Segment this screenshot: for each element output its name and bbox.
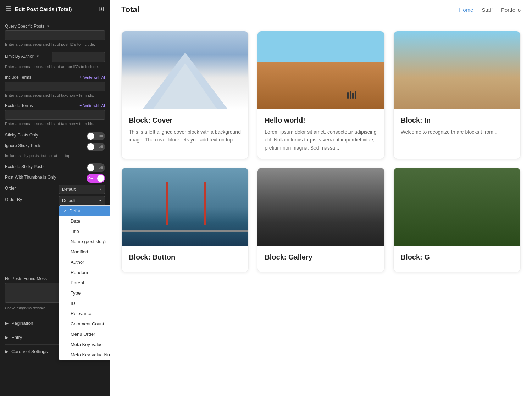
limit-by-author-label: Limit By Author ⁕	[5, 54, 39, 59]
dropdown-item-id[interactable]: ID	[59, 298, 110, 308]
card-gallery-image	[257, 168, 384, 246]
exclude-terms-input[interactable]	[5, 110, 105, 120]
exclude-terms-write-ai[interactable]: ✦ Write with AI	[79, 104, 105, 108]
toggle-knob-3	[87, 164, 94, 171]
toggle-knob	[87, 133, 94, 140]
include-terms-group: Include Terms ✦ Write with AI Enter a co…	[5, 75, 105, 98]
query-specific-posts-input[interactable]	[5, 30, 105, 40]
ignore-sticky-posts-hint: Include sticky posts, but not at the top…	[5, 153, 105, 158]
entry-label: Entry	[11, 335, 22, 340]
order-by-select-trigger[interactable]: Default ▼	[59, 196, 105, 205]
order-select-wrapper: Default ASC DESC	[59, 185, 105, 194]
sparkle-icon-exclude: ✦	[79, 104, 82, 108]
dropdown-item-parent[interactable]: Parent	[59, 278, 110, 288]
dropdown-item-title[interactable]: Title	[59, 226, 110, 236]
limit-by-author-input[interactable]	[52, 52, 105, 62]
exclude-terms-group: Exclude Terms ✦ Write with AI Enter a co…	[5, 103, 105, 127]
sticky-posts-only-toggle[interactable]: Off	[87, 132, 105, 140]
card-button: Block: Button	[121, 168, 249, 272]
order-label: Order	[5, 186, 16, 191]
card-g-title: Block: G	[401, 253, 513, 261]
toggle-label-off: Off	[99, 134, 103, 138]
card-block-in-title: Block: In	[401, 116, 513, 124]
order-select[interactable]: Default ASC DESC	[59, 185, 105, 194]
figure-silhouette	[182, 89, 188, 102]
dropdown-item-default[interactable]: ✓ Default	[59, 206, 110, 216]
left-panel: ☰ Edit Post Cards (Total) ⊞ Query Specif…	[0, 0, 110, 396]
include-terms-input[interactable]	[5, 82, 105, 91]
panel-title: Edit Post Cards (Total)	[15, 6, 72, 12]
dropdown-item-meta-key-value[interactable]: Meta Key Value	[59, 339, 110, 350]
dropdown-item-menu-order[interactable]: Menu Order	[59, 329, 110, 339]
dropdown-item-random[interactable]: Random	[59, 267, 110, 278]
dropdown-item-meta-key-value-num[interactable]: Meta Key Value Num	[59, 350, 110, 360]
limit-by-author-hint: Enter a comma separated list of author I…	[5, 64, 105, 69]
dropdown-item-relevance[interactable]: Relevance	[59, 308, 110, 319]
card-gallery-title: Block: Gallery	[265, 253, 377, 261]
bridge-deck	[122, 230, 248, 232]
grid-icon[interactable]: ⊞	[99, 5, 104, 13]
dropdown-item-comment-count[interactable]: Comment Count	[59, 319, 110, 329]
toggle-label-off-2: Off	[99, 145, 103, 149]
check-icon: ✓	[63, 208, 67, 213]
post-thumbnails-label: Post With Thumbnails Only	[5, 175, 56, 180]
carousel-settings-label: Carousel Settings	[11, 349, 48, 354]
toggle-label-on: On	[88, 177, 93, 180]
card-block-in: Block: In Welcome to recognize th are bl…	[393, 31, 521, 159]
card-hello-world-image	[257, 31, 384, 109]
card-g: Block: G	[393, 168, 521, 272]
hamburger-icon[interactable]: ☰	[6, 5, 11, 13]
exclude-terms-hint: Enter a comma separated list of taxonomy…	[5, 121, 105, 127]
card-block-in-image	[394, 31, 520, 109]
nav-link-home[interactable]: Home	[459, 7, 473, 13]
card-g-image	[394, 168, 520, 246]
card-gallery-body: Block: Gallery	[257, 246, 384, 272]
sticky-posts-only-label: Sticky Posts Only	[5, 133, 38, 138]
entry-chevron-icon: ▶	[5, 335, 9, 340]
panel-content: Query Specific Posts ⁕ Enter a comma sep…	[0, 18, 110, 396]
card-hello-world: Hello world! Lorem ipsum dolor sit amet,…	[257, 31, 384, 159]
nav-link-staff[interactable]: Staff	[482, 7, 493, 13]
card-button-image	[122, 168, 248, 246]
bridge-tower-right	[204, 182, 206, 225]
card-cover-image	[122, 31, 248, 109]
ignore-sticky-posts-row: Ignore Sticky Posts Off	[5, 143, 105, 151]
panel-header: ☰ Edit Post Cards (Total) ⊞	[0, 0, 110, 18]
ignore-sticky-posts-toggle[interactable]: Off	[87, 143, 105, 151]
exclude-sticky-posts-toggle[interactable]: Off	[87, 163, 105, 172]
query-specific-posts-hint: Enter a comma separated list of post ID'…	[5, 42, 105, 47]
dropdown-item-modified[interactable]: Modified	[59, 247, 110, 257]
nav-link-portfolio[interactable]: Portfolio	[501, 7, 521, 13]
limit-by-author-row: Limit By Author ⁕	[5, 52, 105, 62]
card-cover-title: Block: Cover	[129, 116, 241, 124]
include-terms-label-row: Include Terms ✦ Write with AI	[5, 75, 105, 80]
query-specific-posts-group: Query Specific Posts ⁕ Enter a comma sep…	[5, 24, 105, 47]
toggle-label-off-3: Off	[99, 166, 103, 169]
sticky-posts-only-row: Sticky Posts Only Off	[5, 132, 105, 140]
post-thumbnails-only-row: Post With Thumbnails Only On	[5, 174, 105, 183]
card-cover: Block: Cover This is a left aligned cove…	[121, 31, 249, 159]
card-button-body: Block: Button	[122, 246, 248, 272]
nav-links: Home Staff Portfolio	[459, 7, 521, 13]
card-cover-text: This is a left aligned cover block with …	[129, 128, 241, 144]
dropdown-item-name-post-slug[interactable]: Name (post slug)	[59, 236, 110, 247]
card-hello-world-text: Lorem ipsum dolor sit amet, consectetur …	[265, 128, 377, 152]
card-button-title: Block: Button	[129, 253, 241, 261]
card-hello-world-title: Hello world!	[265, 116, 377, 124]
order-by-selected-value: Default	[62, 198, 76, 203]
query-specific-settings-icon[interactable]: ⁕	[46, 24, 50, 29]
order-by-dropdown-menu: ✓ Default Date Title Name (post slug)	[59, 205, 110, 360]
exclude-terms-label-row: Exclude Terms ✦ Write with AI	[5, 103, 105, 108]
dropdown-item-date[interactable]: Date	[59, 216, 110, 226]
include-terms-write-ai[interactable]: ✦ Write with AI	[79, 75, 105, 79]
dropdown-item-type[interactable]: Type	[59, 288, 110, 298]
limit-by-author-settings-icon[interactable]: ⁕	[36, 54, 39, 59]
toggle-knob-4	[97, 175, 104, 182]
order-by-dropdown-container: Default ▼ ➜ ✓ Default Date	[59, 196, 105, 205]
right-panel: Total Home Staff Portfolio Block: Cover …	[110, 0, 532, 396]
dropdown-item-author[interactable]: Author	[59, 257, 110, 267]
post-thumbnails-toggle[interactable]: On	[87, 174, 105, 183]
bridge-tower-left	[166, 182, 168, 225]
nav-bar: Total Home Staff Portfolio	[110, 0, 532, 19]
sparkle-icon-include: ✦	[79, 75, 82, 79]
